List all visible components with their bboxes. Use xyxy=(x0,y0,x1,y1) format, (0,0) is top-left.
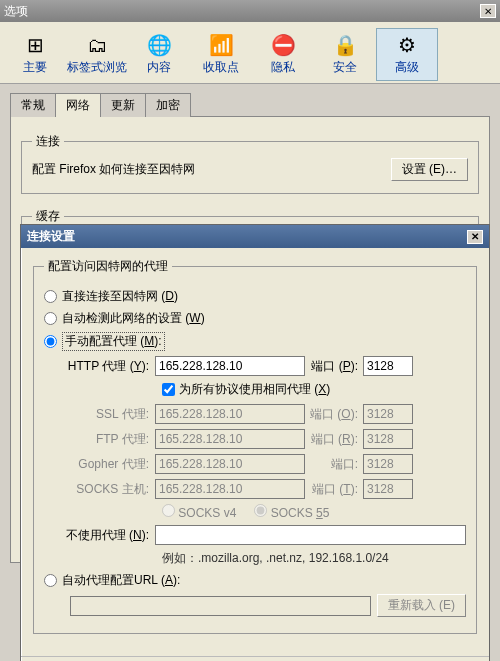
dialog-titlebar: 连接设置 ✕ xyxy=(21,225,489,248)
cache-legend: 缓存 xyxy=(32,208,64,225)
tab-general[interactable]: 常规 xyxy=(10,93,56,117)
radio-direct[interactable] xyxy=(44,290,57,303)
gear-icon: ⚙ xyxy=(395,33,419,57)
dialog-title: 连接设置 xyxy=(27,228,75,245)
http-port-input[interactable] xyxy=(363,356,413,376)
radio-autodetect-row[interactable]: 自动检测此网络的设置 (W) xyxy=(44,310,466,327)
radio-manual-row[interactable]: 手动配置代理 (M): xyxy=(44,332,466,351)
ssl-port-input xyxy=(363,404,413,424)
tab-encryption[interactable]: 加密 xyxy=(145,93,191,117)
toolbar-item-main[interactable]: ⊞主要 xyxy=(4,28,66,81)
socks-proxy-row: SOCKS 主机: 端口 (T): xyxy=(50,479,466,499)
toolbar-item-advanced[interactable]: ⚙高级 xyxy=(376,28,438,81)
dialog-close-icon[interactable]: ✕ xyxy=(467,230,483,244)
radio-autourl[interactable] xyxy=(44,574,57,587)
noproxy-example: 例如：.mozilla.org, .net.nz, 192.168.1.0/24 xyxy=(162,550,466,567)
reload-button: 重新载入 (E) xyxy=(377,594,466,617)
dialog-footer: 确定 取消 帮助 xyxy=(21,656,489,661)
ssl-proxy-row: SSL 代理: 端口 (O): xyxy=(50,404,466,424)
toolbar-item-security[interactable]: 🔒安全 xyxy=(314,28,376,81)
socks-v5: SOCKS 55 xyxy=(254,504,329,520)
privacy-icon: ⛔ xyxy=(271,33,295,57)
gopher-port-input xyxy=(363,454,413,474)
ftp-port-input xyxy=(363,429,413,449)
settings-button[interactable]: 设置 (E)… xyxy=(391,158,468,181)
socks-version-row: SOCKS v4 SOCKS 55 xyxy=(162,504,466,520)
toolbar-item-tabs[interactable]: 🗂标签式浏览 xyxy=(66,28,128,81)
socks-v4: SOCKS v4 xyxy=(162,504,236,520)
gopher-proxy-row: Gopher 代理: 端口: xyxy=(50,454,466,474)
lock-icon: 🔒 xyxy=(333,33,357,57)
rss-icon: 📶 xyxy=(209,33,233,57)
window-title: 选项 xyxy=(4,3,28,20)
advanced-tabs: 常规 网络 更新 加密 xyxy=(10,92,490,116)
tab-update[interactable]: 更新 xyxy=(100,93,146,117)
socks-host-input xyxy=(155,479,305,499)
ftp-proxy-row: FTP 代理: 端口 (R): xyxy=(50,429,466,449)
tabs-icon: 🗂 xyxy=(85,33,109,57)
radio-autodetect[interactable] xyxy=(44,312,57,325)
noproxy-row: 不使用代理 (N): xyxy=(50,525,466,545)
options-titlebar: 选项 ✕ xyxy=(0,0,500,22)
proxy-legend: 配置访问因特网的代理 xyxy=(44,258,172,275)
proxy-config-group: 配置访问因特网的代理 直接连接至因特网 (D) 自动检测此网络的设置 (W) 手… xyxy=(33,258,477,634)
connection-group: 连接 配置 Firefox 如何连接至因特网 设置 (E)… xyxy=(21,133,479,194)
http-proxy-row: HTTP 代理 (Y): 端口 (P): xyxy=(50,356,466,376)
http-host-input[interactable] xyxy=(155,356,305,376)
category-toolbar: ⊞主要 🗂标签式浏览 🌐内容 📶收取点 ⛔隐私 🔒安全 ⚙高级 xyxy=(0,22,500,84)
ftp-host-input xyxy=(155,429,305,449)
connection-settings-dialog: 连接设置 ✕ 配置访问因特网的代理 直接连接至因特网 (D) 自动检测此网络的设… xyxy=(20,224,490,661)
toolbar-item-content[interactable]: 🌐内容 xyxy=(128,28,190,81)
auto-url-input xyxy=(70,596,371,616)
tab-network[interactable]: 网络 xyxy=(55,93,101,117)
radio-manual[interactable] xyxy=(44,335,57,348)
noproxy-input[interactable] xyxy=(155,525,466,545)
main-icon: ⊞ xyxy=(23,33,47,57)
toolbar-item-feeds[interactable]: 📶收取点 xyxy=(190,28,252,81)
share-proxy-row[interactable]: 为所有协议使用相同代理 (X) xyxy=(162,381,466,398)
globe-icon: 🌐 xyxy=(147,33,171,57)
radio-direct-row[interactable]: 直接连接至因特网 (D) xyxy=(44,288,466,305)
toolbar-item-privacy[interactable]: ⛔隐私 xyxy=(252,28,314,81)
auto-url-row: 重新载入 (E) xyxy=(70,594,466,617)
ssl-host-input xyxy=(155,404,305,424)
connection-legend: 连接 xyxy=(32,133,64,150)
radio-autourl-row[interactable]: 自动代理配置URL (A): xyxy=(44,572,466,589)
gopher-host-input xyxy=(155,454,305,474)
socks-port-input xyxy=(363,479,413,499)
share-proxy-checkbox[interactable] xyxy=(162,383,175,396)
connection-desc: 配置 Firefox 如何连接至因特网 xyxy=(32,161,195,178)
close-icon[interactable]: ✕ xyxy=(480,4,496,18)
